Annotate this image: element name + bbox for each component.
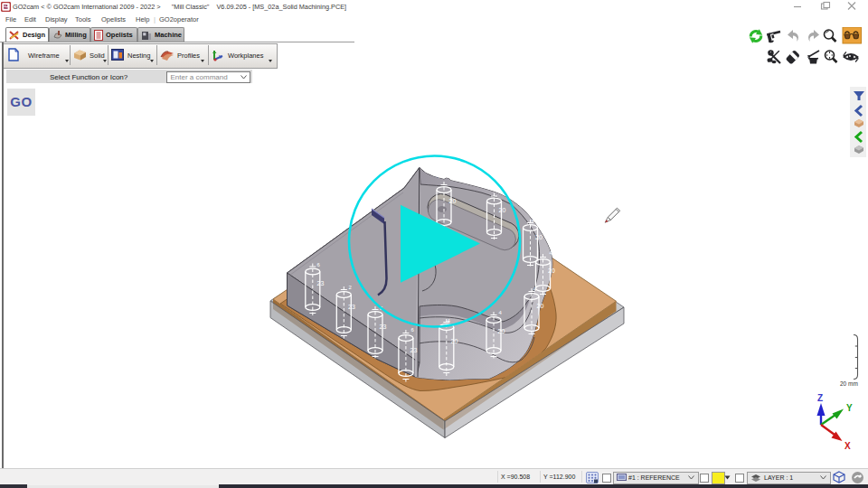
svg-text:20: 20 bbox=[451, 338, 458, 344]
svg-text:20: 20 bbox=[535, 234, 542, 240]
svg-text:20: 20 bbox=[449, 198, 457, 204]
svg-text:23: 23 bbox=[410, 347, 418, 353]
svg-text:20: 20 bbox=[498, 328, 505, 334]
svg-text:Z: Z bbox=[817, 393, 823, 403]
svg-text:20: 20 bbox=[548, 267, 555, 274]
svg-text:20: 20 bbox=[537, 303, 544, 309]
svg-text:20 mm: 20 mm bbox=[840, 380, 858, 387]
svg-text:20: 20 bbox=[499, 207, 506, 213]
svg-text:4: 4 bbox=[550, 250, 553, 256]
svg-text:X: X bbox=[844, 441, 851, 451]
svg-text:23: 23 bbox=[317, 280, 325, 286]
svg-text:Y: Y bbox=[846, 403, 853, 413]
svg-text:23: 23 bbox=[348, 304, 355, 310]
svg-text:4: 4 bbox=[437, 174, 440, 179]
svg-text:23: 23 bbox=[380, 324, 387, 330]
svg-text:4: 4 bbox=[492, 156, 495, 162]
